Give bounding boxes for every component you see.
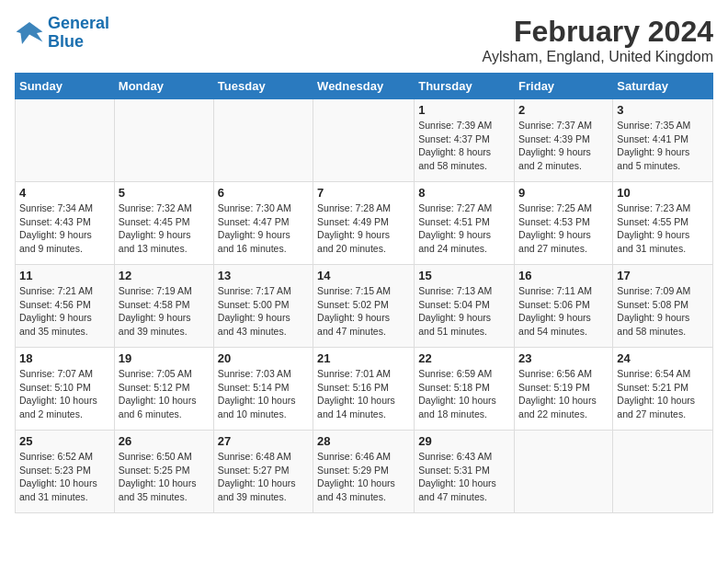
calendar-cell [114, 99, 213, 182]
calendar-cell: 5Sunrise: 7:32 AM Sunset: 4:45 PM Daylig… [114, 182, 213, 265]
location-subtitle: Aylsham, England, United Kingdom [483, 49, 713, 65]
day-number: 4 [19, 186, 110, 200]
day-number: 8 [418, 186, 510, 200]
calendar-cell: 17Sunrise: 7:09 AM Sunset: 5:08 PM Dayli… [613, 265, 713, 348]
calendar-cell: 28Sunrise: 6:46 AM Sunset: 5:29 PM Dayli… [313, 431, 415, 513]
day-info: Sunrise: 6:48 AM Sunset: 5:27 PM Dayligh… [218, 450, 309, 504]
day-number: 15 [418, 269, 510, 282]
calendar-cell [16, 99, 115, 182]
day-number: 16 [518, 269, 609, 282]
day-number: 18 [19, 351, 110, 365]
week-row-5: 25Sunrise: 6:52 AM Sunset: 5:23 PM Dayli… [16, 431, 713, 513]
day-info: Sunrise: 7:01 AM Sunset: 5:16 PM Dayligh… [317, 367, 410, 421]
day-number: 1 [418, 103, 510, 117]
day-number: 23 [518, 351, 609, 365]
calendar-cell: 23Sunrise: 6:56 AM Sunset: 5:19 PM Dayli… [515, 348, 613, 431]
calendar-cell: 22Sunrise: 6:59 AM Sunset: 5:18 PM Dayli… [415, 348, 515, 431]
weekday-header-sunday: Sunday [16, 74, 115, 99]
day-info: Sunrise: 7:09 AM Sunset: 5:08 PM Dayligh… [617, 284, 709, 339]
day-info: Sunrise: 6:59 AM Sunset: 5:18 PM Dayligh… [418, 367, 510, 421]
day-info: Sunrise: 7:13 AM Sunset: 5:04 PM Dayligh… [418, 284, 510, 339]
calendar-cell: 21Sunrise: 7:01 AM Sunset: 5:16 PM Dayli… [313, 348, 415, 431]
week-row-4: 18Sunrise: 7:07 AM Sunset: 5:10 PM Dayli… [16, 348, 713, 431]
day-info: Sunrise: 7:05 AM Sunset: 5:12 PM Dayligh… [119, 367, 210, 421]
day-info: Sunrise: 7:15 AM Sunset: 5:02 PM Dayligh… [317, 284, 410, 339]
logo: General Blue [15, 15, 109, 52]
weekday-header-thursday: Thursday [415, 74, 515, 99]
calendar-cell: 6Sunrise: 7:30 AM Sunset: 4:47 PM Daylig… [213, 182, 313, 265]
calendar-cell [213, 99, 313, 182]
calendar-cell: 12Sunrise: 7:19 AM Sunset: 4:58 PM Dayli… [114, 265, 213, 348]
weekday-header-saturday: Saturday [613, 74, 713, 99]
day-info: Sunrise: 6:54 AM Sunset: 5:21 PM Dayligh… [617, 367, 709, 421]
day-info: Sunrise: 7:11 AM Sunset: 5:06 PM Dayligh… [518, 284, 609, 339]
day-number: 13 [218, 269, 309, 282]
calendar-cell: 4Sunrise: 7:34 AM Sunset: 4:43 PM Daylig… [16, 182, 115, 265]
calendar-cell [515, 431, 613, 513]
day-number: 25 [19, 434, 110, 448]
calendar-cell: 9Sunrise: 7:25 AM Sunset: 4:53 PM Daylig… [515, 182, 613, 265]
logo-text: General Blue [48, 15, 109, 52]
calendar-cell: 10Sunrise: 7:23 AM Sunset: 4:55 PM Dayli… [613, 182, 713, 265]
day-info: Sunrise: 7:37 AM Sunset: 4:39 PM Dayligh… [518, 119, 609, 173]
calendar-cell: 1Sunrise: 7:39 AM Sunset: 4:37 PM Daylig… [415, 99, 515, 182]
day-number: 24 [617, 351, 709, 365]
day-info: Sunrise: 7:25 AM Sunset: 4:53 PM Dayligh… [518, 201, 609, 256]
calendar-cell: 25Sunrise: 6:52 AM Sunset: 5:23 PM Dayli… [16, 431, 115, 513]
day-info: Sunrise: 7:07 AM Sunset: 5:10 PM Dayligh… [19, 367, 110, 421]
calendar-cell: 15Sunrise: 7:13 AM Sunset: 5:04 PM Dayli… [415, 265, 515, 348]
calendar-cell: 11Sunrise: 7:21 AM Sunset: 4:56 PM Dayli… [16, 265, 115, 348]
weekday-header-tuesday: Tuesday [213, 74, 313, 99]
day-number: 14 [317, 269, 410, 282]
calendar-cell: 2Sunrise: 7:37 AM Sunset: 4:39 PM Daylig… [515, 99, 613, 182]
week-row-2: 4Sunrise: 7:34 AM Sunset: 4:43 PM Daylig… [16, 182, 713, 265]
day-info: Sunrise: 6:46 AM Sunset: 5:29 PM Dayligh… [317, 450, 410, 504]
weekday-header-friday: Friday [515, 74, 613, 99]
weekday-header-wednesday: Wednesday [313, 74, 415, 99]
svg-marker-0 [17, 22, 43, 44]
month-year-title: February 2024 [483, 15, 713, 49]
day-number: 19 [119, 351, 210, 365]
day-number: 9 [518, 186, 609, 200]
day-info: Sunrise: 6:50 AM Sunset: 5:25 PM Dayligh… [119, 450, 210, 504]
calendar-cell: 26Sunrise: 6:50 AM Sunset: 5:25 PM Dayli… [114, 431, 213, 513]
day-info: Sunrise: 7:32 AM Sunset: 4:45 PM Dayligh… [119, 201, 210, 256]
day-number: 6 [218, 186, 309, 200]
day-number: 3 [617, 103, 709, 117]
day-info: Sunrise: 7:28 AM Sunset: 4:49 PM Dayligh… [317, 201, 410, 256]
weekday-header-row: SundayMondayTuesdayWednesdayThursdayFrid… [16, 74, 713, 99]
week-row-1: 1Sunrise: 7:39 AM Sunset: 4:37 PM Daylig… [16, 99, 713, 182]
logo-icon [15, 18, 44, 48]
day-number: 11 [19, 269, 110, 282]
day-info: Sunrise: 7:27 AM Sunset: 4:51 PM Dayligh… [418, 201, 510, 256]
day-number: 22 [418, 351, 510, 365]
calendar-cell: 3Sunrise: 7:35 AM Sunset: 4:41 PM Daylig… [613, 99, 713, 182]
day-number: 20 [218, 351, 309, 365]
weekday-header-monday: Monday [114, 74, 213, 99]
calendar-cell: 8Sunrise: 7:27 AM Sunset: 4:51 PM Daylig… [415, 182, 515, 265]
day-info: Sunrise: 7:19 AM Sunset: 4:58 PM Dayligh… [119, 284, 210, 339]
calendar-cell [313, 99, 415, 182]
calendar-cell: 7Sunrise: 7:28 AM Sunset: 4:49 PM Daylig… [313, 182, 415, 265]
day-number: 27 [218, 434, 309, 448]
day-number: 28 [317, 434, 410, 448]
week-row-3: 11Sunrise: 7:21 AM Sunset: 4:56 PM Dayli… [16, 265, 713, 348]
day-info: Sunrise: 7:39 AM Sunset: 4:37 PM Dayligh… [418, 119, 510, 173]
day-number: 17 [617, 269, 709, 282]
calendar-cell: 16Sunrise: 7:11 AM Sunset: 5:06 PM Dayli… [515, 265, 613, 348]
header: General Blue February 2024 Aylsham, Engl… [15, 15, 713, 65]
day-number: 26 [119, 434, 210, 448]
day-info: Sunrise: 7:17 AM Sunset: 5:00 PM Dayligh… [218, 284, 309, 339]
day-info: Sunrise: 7:03 AM Sunset: 5:14 PM Dayligh… [218, 367, 309, 421]
calendar-table: SundayMondayTuesdayWednesdayThursdayFrid… [15, 73, 713, 513]
title-block: February 2024 Aylsham, England, United K… [483, 15, 713, 65]
calendar-cell [613, 431, 713, 513]
calendar-cell: 20Sunrise: 7:03 AM Sunset: 5:14 PM Dayli… [213, 348, 313, 431]
calendar-cell: 19Sunrise: 7:05 AM Sunset: 5:12 PM Dayli… [114, 348, 213, 431]
day-number: 21 [317, 351, 410, 365]
day-number: 29 [418, 434, 510, 448]
calendar-cell: 13Sunrise: 7:17 AM Sunset: 5:00 PM Dayli… [213, 265, 313, 348]
calendar-cell: 29Sunrise: 6:43 AM Sunset: 5:31 PM Dayli… [415, 431, 515, 513]
day-info: Sunrise: 7:35 AM Sunset: 4:41 PM Dayligh… [617, 119, 709, 173]
day-info: Sunrise: 6:52 AM Sunset: 5:23 PM Dayligh… [19, 450, 110, 504]
